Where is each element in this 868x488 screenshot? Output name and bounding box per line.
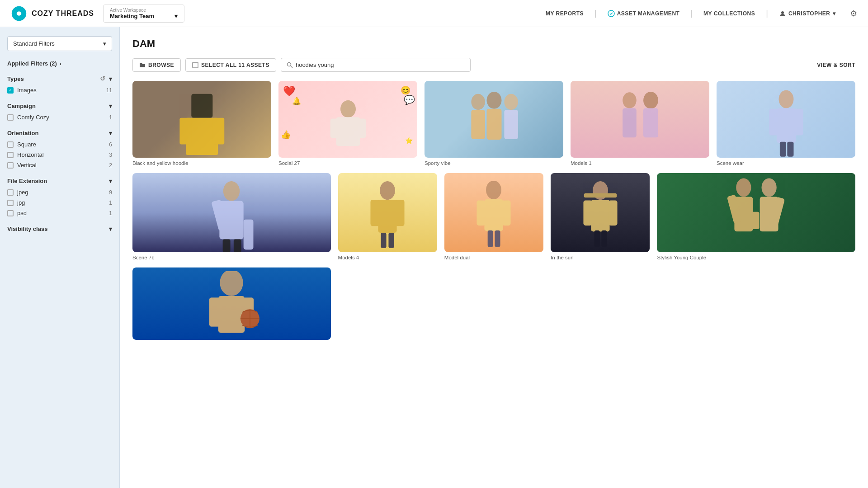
file-ext-jpg-checkbox[interactable]	[7, 200, 14, 206]
campaign-comfy-cozy-item[interactable]: Comfy Cozy 1	[7, 114, 112, 121]
svg-rect-41	[389, 232, 394, 248]
header-nav: MY REPORTS | ASSET MANAGEMENT | MY COLLE…	[546, 9, 857, 19]
asset-card-last[interactable]	[132, 267, 331, 350]
asset-card-scene-7b[interactable]: Scene 7b	[132, 173, 331, 260]
applied-filters[interactable]: Applied Filters (2) ›	[7, 60, 112, 67]
file-ext-jpeg-checkbox[interactable]	[7, 189, 14, 196]
notification-icon[interactable]: ⚙	[850, 9, 857, 19]
types-reset-icon[interactable]: ↺	[100, 75, 105, 82]
visibility-filter-section: Visibility class ▾	[7, 225, 112, 232]
types-chevron-icon: ▾	[109, 75, 112, 82]
nav-collections[interactable]: MY COLLECTIONS	[703, 10, 755, 17]
asset-name: Models 4	[338, 255, 437, 260]
empty-slot-3	[551, 267, 650, 350]
sidebar: Standard Filters ▾ Applied Filters (2) ›…	[0, 27, 120, 488]
file-ext-jpeg-item[interactable]: jpeg 9	[7, 189, 112, 196]
asset-preview-figure	[459, 181, 529, 253]
types-filter-section: Types ↺ ▾ Images 11	[7, 75, 112, 94]
asset-preview-figure	[431, 89, 556, 158]
page-title: DAM	[132, 38, 855, 50]
campaign-filter-header[interactable]: Campaign ▾	[7, 103, 112, 109]
asset-card-sporty-vibe[interactable]: Sporty vibe	[425, 81, 563, 166]
search-icon	[287, 62, 293, 68]
asset-preview-figure	[667, 177, 845, 252]
svg-rect-26	[769, 109, 778, 136]
campaign-chevron-icon: ▾	[109, 103, 112, 109]
user-icon	[779, 10, 786, 17]
svg-rect-64	[209, 297, 220, 326]
svg-rect-17	[486, 109, 501, 140]
types-filter-header[interactable]: Types ↺ ▾	[7, 75, 112, 82]
user-chevron-icon: ▾	[833, 10, 836, 17]
svg-point-1	[17, 11, 21, 15]
svg-point-59	[761, 178, 776, 197]
browse-button[interactable]: BROWSE	[132, 58, 181, 72]
orientation-vertical-checkbox[interactable]	[7, 162, 14, 169]
file-ext-chevron-icon: ▾	[109, 178, 112, 184]
asset-card-models-1[interactable]: Models 1	[571, 81, 709, 166]
workspace-name: Marketing Team ▾	[110, 13, 178, 19]
asset-card-in-the-sun[interactable]: In the sun	[551, 173, 650, 260]
svg-point-16	[486, 92, 501, 109]
asset-card-model-dual[interactable]: Model dual	[444, 173, 543, 260]
file-extension-filter-section: File Extension ▾ jpeg 9 jpg 1	[7, 178, 112, 216]
layout: Standard Filters ▾ Applied Filters (2) ›…	[0, 27, 868, 488]
campaign-comfy-cozy-checkbox[interactable]	[7, 114, 14, 121]
asset-card-stylish-young-couple[interactable]: Stylish Young Couple	[657, 173, 855, 260]
asset-name	[132, 343, 331, 350]
orientation-square-item[interactable]: Square 6	[7, 141, 112, 148]
svg-rect-8	[179, 118, 191, 145]
nav-reports[interactable]: MY REPORTS	[546, 10, 584, 17]
svg-point-10	[340, 100, 356, 117]
file-ext-jpg-item[interactable]: jpg 1	[7, 199, 112, 206]
asset-grid-row1: Black and yellow hoodie ❤️ 😊 🔔 💬 👍 ⭐	[132, 81, 855, 166]
asset-grid-row3	[132, 267, 855, 350]
file-ext-psd-checkbox[interactable]	[7, 210, 14, 216]
asset-card-black-yellow-hoodie[interactable]: Black and yellow hoodie	[132, 81, 271, 166]
svg-rect-13	[358, 118, 366, 138]
types-images-checkbox[interactable]	[7, 87, 14, 94]
orientation-square-checkbox[interactable]	[7, 141, 14, 148]
asset-preview-figure	[737, 89, 835, 158]
asset-management-icon	[608, 10, 615, 17]
file-ext-psd-item[interactable]: psd 1	[7, 210, 112, 216]
select-all-checkbox[interactable]	[192, 62, 198, 68]
svg-rect-52	[609, 200, 617, 225]
asset-name: In the sun	[551, 255, 650, 260]
asset-card-models-4[interactable]: Models 4	[338, 173, 437, 260]
asset-preview-figure	[147, 271, 316, 340]
view-sort-button[interactable]: VIEW & SORT	[817, 62, 855, 68]
asset-name: Scene 7b	[132, 255, 331, 260]
asset-name: Sporty vibe	[425, 160, 563, 166]
workspace-chevron-icon: ▾	[175, 13, 178, 19]
svg-point-30	[223, 181, 240, 201]
nav-asset-management[interactable]: ASSET MANAGEMENT	[608, 10, 680, 17]
svg-rect-15	[471, 110, 485, 139]
select-all-button[interactable]: SELECT ALL 11 ASSETS	[185, 58, 276, 72]
orientation-vertical-item[interactable]: Vertical 2	[7, 162, 112, 169]
orientation-horizontal-checkbox[interactable]	[7, 152, 14, 158]
visibility-filter-header[interactable]: Visibility class ▾	[7, 225, 112, 232]
svg-rect-21	[623, 108, 637, 138]
search-bar[interactable]	[281, 58, 471, 72]
search-input[interactable]	[296, 61, 465, 68]
svg-point-42	[486, 181, 502, 199]
workspace-selector[interactable]: Active workspace Marketing Team ▾	[103, 5, 184, 23]
orientation-filter-header[interactable]: Orientation ▾	[7, 130, 112, 136]
svg-rect-51	[583, 200, 592, 225]
svg-point-14	[471, 94, 485, 110]
asset-grid-row2: Scene 7b Models 4	[132, 173, 855, 260]
user-menu[interactable]: CHRISTOPHER ▾	[779, 10, 835, 17]
logo-area: COZY THREADS	[11, 5, 94, 22]
types-images-item[interactable]: Images 11	[7, 87, 112, 94]
standard-filters-selector[interactable]: Standard Filters ▾	[7, 36, 112, 51]
logo-icon	[11, 5, 27, 22]
asset-card-scene-wear[interactable]: Scene wear	[717, 81, 855, 166]
svg-rect-19	[504, 110, 518, 139]
file-extension-filter-header[interactable]: File Extension ▾	[7, 178, 112, 184]
asset-card-social-27[interactable]: ❤️ 😊 🔔 💬 👍 ⭐ Social 27	[278, 81, 417, 166]
asset-name: Social 27	[278, 160, 417, 166]
orientation-chevron-icon: ▾	[109, 130, 112, 136]
svg-rect-46	[488, 230, 493, 247]
orientation-horizontal-item[interactable]: Horizontal 3	[7, 151, 112, 158]
